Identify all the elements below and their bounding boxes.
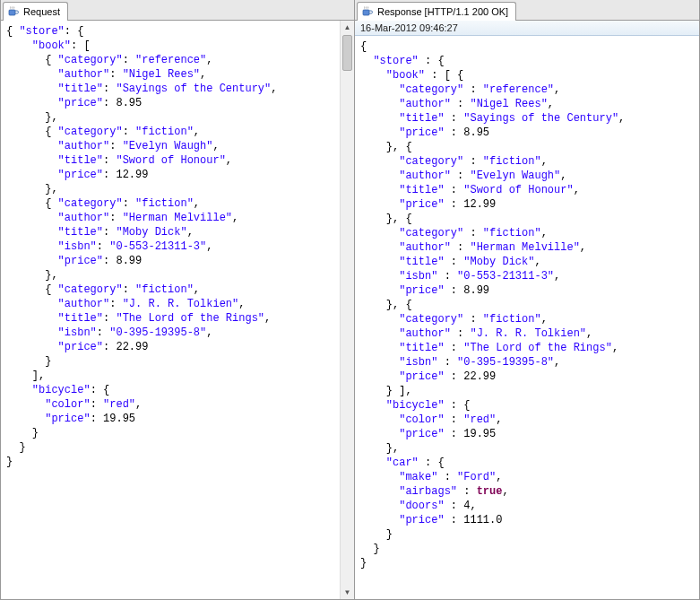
scroll-thumb[interactable] xyxy=(342,35,352,71)
coffee-cup-icon xyxy=(361,5,374,18)
tab-request-label: Request xyxy=(23,6,60,17)
scroll-down-icon[interactable]: ▼ xyxy=(341,586,354,599)
response-panel: Response [HTTP/1.1 200 OK] 16-Mar-2012 0… xyxy=(354,0,700,600)
request-scrollbar[interactable]: ▲ ▼ xyxy=(340,21,354,599)
coffee-cup-icon xyxy=(7,5,20,18)
response-timestamp: 16-Mar-2012 09:46:27 xyxy=(355,21,699,36)
tab-response-label: Response [HTTP/1.1 200 OK] xyxy=(377,6,508,17)
svg-rect-0 xyxy=(9,10,15,15)
tab-request[interactable]: Request xyxy=(3,2,68,21)
request-json-viewer[interactable]: { "store": { "book": [ { "category": "re… xyxy=(1,21,354,473)
request-panel: Request { "store": { "book": [ { "catego… xyxy=(0,0,354,600)
svg-rect-1 xyxy=(363,10,369,15)
response-json-viewer[interactable]: { "store" : { "book" : [ { "category" : … xyxy=(355,36,699,574)
request-tab-row: Request xyxy=(1,0,354,21)
tab-response[interactable]: Response [HTTP/1.1 200 OK] xyxy=(357,2,516,21)
scroll-up-icon[interactable]: ▲ xyxy=(341,21,354,34)
response-tab-row: Response [HTTP/1.1 200 OK] xyxy=(355,0,699,21)
